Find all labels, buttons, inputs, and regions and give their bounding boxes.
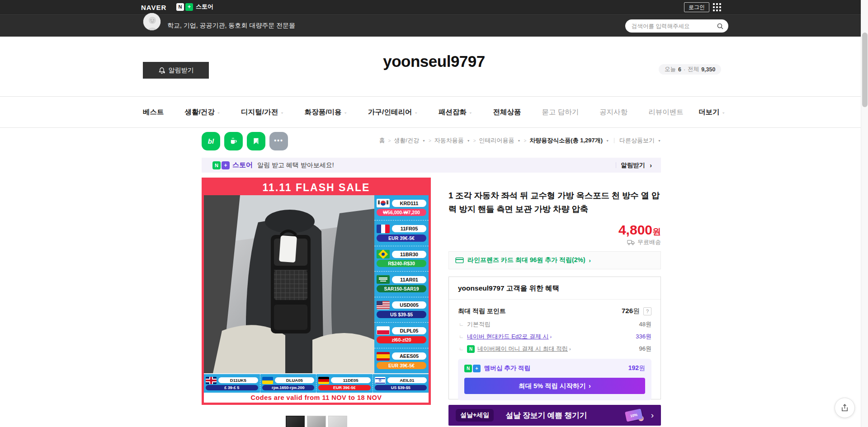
seollal-event-banner[interactable]: 설날+세일 설날 장보기 예쁨 챙기기 10% › xyxy=(448,405,661,426)
product-price: 4,800원 xyxy=(448,222,661,238)
coupon-code: 11DE05 xyxy=(331,377,371,383)
chevron-right-icon: › xyxy=(651,410,654,420)
dot-separator: · xyxy=(684,66,685,73)
npay-money-row: ㄴ N 네이버페이 머니 결제 시 최대 적립 › 96원 xyxy=(459,345,651,353)
question-icon[interactable]: ? xyxy=(643,307,651,315)
shipping-label: 무료배송 xyxy=(637,238,661,246)
breadcrumb-separator: > xyxy=(388,138,391,143)
search-icon[interactable] xyxy=(717,23,724,30)
truck-icon xyxy=(627,239,635,245)
chevron-down-icon[interactable]: ▼ xyxy=(518,139,521,142)
chevron-right-icon[interactable]: › xyxy=(569,346,571,352)
flag-usa xyxy=(377,301,390,310)
nav-item-digital[interactable]: 디지털/가전⌄ xyxy=(241,108,283,117)
nav-item-notice[interactable]: 공지사항 xyxy=(599,108,627,117)
chevron-down-icon[interactable]: ▼ xyxy=(658,139,661,142)
nav-item-qna[interactable]: 묻고 답하기 xyxy=(542,108,579,117)
coupon-deal: грн.1650-грн.200 xyxy=(262,385,315,390)
nav-item-all-products[interactable]: 전체상품 xyxy=(493,108,521,117)
n-logo-box: N xyxy=(212,161,221,169)
top-bar-row1: NAVER N + 스토어 로그인 xyxy=(0,0,868,15)
grid-menu-icon[interactable] xyxy=(713,3,722,12)
share-button[interactable] xyxy=(835,398,855,418)
benefits-header: yoonseul9797 고객을 위한 혜택 xyxy=(449,277,660,300)
store-avatar[interactable] xyxy=(143,13,161,31)
category-nav-bar: 베스트 생활/건강⌄ 디지털/가전⌄ 화장품/미용⌄ 가구/인테리어⌄ 패션잡화… xyxy=(0,96,868,128)
flag-israel xyxy=(375,377,386,384)
social-icons-row: bl ••• xyxy=(202,132,288,150)
notice-notify-link[interactable]: 알림받기 xyxy=(621,161,645,169)
max-points-label: 최대 적립 포인트 xyxy=(458,307,506,315)
coupon-code: USD005 xyxy=(392,301,426,309)
blog-icon[interactable]: bl xyxy=(202,132,220,150)
nav-item-living-health[interactable]: 생활/건강⌄ xyxy=(185,108,221,117)
flag-poland xyxy=(377,326,390,335)
npay-money-link[interactable]: 네이버페이 머니 결제 시 최대 적립 xyxy=(477,345,568,353)
plus-logo-box: + xyxy=(473,365,481,372)
scrollbar-track[interactable] xyxy=(861,0,868,427)
image-thumbnails xyxy=(286,416,347,427)
nav-item-furniture[interactable]: 가구/인테리어⌄ xyxy=(368,108,418,117)
nav-item-more[interactable]: 더보기⌄ xyxy=(698,97,725,127)
login-button[interactable]: 로그인 xyxy=(684,2,709,12)
membership-cta-button[interactable]: 최대 5% 적립 시작하기 › xyxy=(464,378,645,394)
naver-logo[interactable]: NAVER xyxy=(141,4,166,11)
thumbnail-3[interactable] xyxy=(328,416,347,427)
chevron-down-icon[interactable]: ▼ xyxy=(606,139,609,142)
coupon-side-column: KRD111 ₩56,000-₩7,200 11FR05 EUR 39€-5€ … xyxy=(374,195,429,373)
chevron-down-icon[interactable]: ▼ xyxy=(467,139,470,142)
notice-text: 알림 받고 혜택 받아보세요! xyxy=(257,161,334,169)
coupon-deal: US $39-$5 xyxy=(375,385,427,390)
top-bar-row2: 학교, 기업, 공공기관, 동호회 대량주문 전문몰 xyxy=(0,15,868,37)
breadcrumb-home[interactable]: 홈 xyxy=(379,136,385,145)
hyundai-card-link[interactable]: 네이버 현대카드 Ed2로 결제 시 xyxy=(467,333,549,341)
n-logo-box: N xyxy=(464,365,472,372)
post-icon[interactable] xyxy=(247,132,265,150)
breadcrumb-car-goods[interactable]: 자동차용품 xyxy=(434,136,464,145)
base-points-value: 48원 xyxy=(639,320,651,328)
hyundai-card-row: ㄴ 네이버 현대카드 Ed2로 결제 시 › 336원 xyxy=(459,333,651,341)
visitor-counter-badge: 오늘 6 · 전체 9,350 xyxy=(659,64,721,75)
breadcrumb-current-category[interactable]: 차량용장식소품(총 1,297개) xyxy=(529,136,603,145)
coupon-deal: EUR 39€-5€ xyxy=(377,362,426,369)
coupon-deal: ₩56,000-₩7,200 xyxy=(377,209,426,216)
thumbnail-2[interactable] xyxy=(307,416,326,427)
chevron-right-icon: › xyxy=(589,257,591,264)
breadcrumb-other-products[interactable]: 다른상품보기 xyxy=(619,136,655,145)
thumbnail-1[interactable] xyxy=(286,416,305,427)
breadcrumb-separator: > xyxy=(473,138,476,143)
chevron-right-icon[interactable]: › xyxy=(550,334,552,339)
breadcrumb-interior-goods[interactable]: 인테리어용품 xyxy=(479,136,514,145)
product-main-image[interactable]: 11.11 FLASH SALE xyxy=(202,178,431,405)
coupon-validity-text: Codes are valid from 11 NOV to 18 NOV xyxy=(204,393,429,403)
more-icon[interactable]: ••• xyxy=(269,132,288,150)
nav-item-beauty[interactable]: 화장품/미용⌄ xyxy=(305,108,347,117)
chevron-down-icon: ⌄ xyxy=(414,110,418,114)
cafe-icon[interactable] xyxy=(224,132,243,150)
base-points-label: 기본적립 xyxy=(467,320,491,328)
nav-item-review-event[interactable]: 리뷰이벤트 xyxy=(648,108,684,117)
card-icon xyxy=(455,257,464,263)
scrollbar-thumb[interactable] xyxy=(862,33,868,107)
nplus-store-logo[interactable]: N + 스토어 xyxy=(176,3,213,11)
total-count: 9,350 xyxy=(701,66,715,73)
search-input[interactable] xyxy=(632,23,717,29)
card-promo-banner[interactable]: 라인프렌즈 카드 최대 96원 추가 적립(2%) › xyxy=(448,251,661,269)
flag-saudi-arabia xyxy=(377,275,390,284)
coupon-deal: EUR 39€-5€ xyxy=(377,235,426,242)
coupon-cell: 11DE05 EUR 39€-5€ xyxy=(316,374,373,393)
plus-logo-box: + xyxy=(185,3,193,11)
breadcrumb-separator: > xyxy=(524,138,526,143)
chevron-down-icon[interactable]: ▼ xyxy=(422,139,425,142)
coupon-code: AEIL01 xyxy=(387,377,427,383)
won-suffix: 원 xyxy=(639,364,645,371)
store-name: yoonseul9797 xyxy=(0,52,868,70)
breadcrumb-separator: > xyxy=(429,138,431,143)
nav-item-best[interactable]: 베스트 xyxy=(143,108,164,117)
price-value: 4,800 xyxy=(618,222,652,237)
breadcrumb-living-health[interactable]: 생활/건강 xyxy=(394,136,419,145)
nav-item-fashion[interactable]: 패션잡화⌄ xyxy=(439,108,472,117)
card-promo-text: 라인프렌즈 카드 최대 96원 추가 적립(2%) xyxy=(467,256,585,264)
chevron-right-icon[interactable]: › xyxy=(650,162,652,169)
npay-icon: N xyxy=(467,345,475,353)
